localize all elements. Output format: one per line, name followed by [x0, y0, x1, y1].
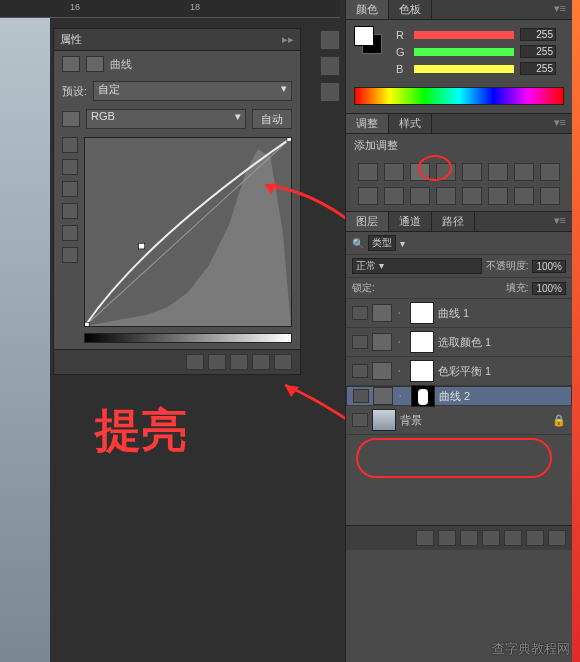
- auto-button[interactable]: 自动: [252, 109, 292, 129]
- green-value[interactable]: 255: [520, 45, 556, 58]
- link-layers-icon[interactable]: [416, 530, 434, 546]
- layer-mask[interactable]: [410, 331, 434, 353]
- reset-icon[interactable]: [230, 354, 248, 370]
- prev-state-icon[interactable]: [208, 354, 226, 370]
- eye-icon[interactable]: [352, 364, 368, 378]
- filter-adjust-icon[interactable]: [429, 236, 445, 250]
- channel-mixer-icon[interactable]: [384, 187, 404, 205]
- pencil-icon[interactable]: [62, 225, 78, 241]
- photo-filter-icon[interactable]: [358, 187, 378, 205]
- opacity-value[interactable]: 100%: [532, 260, 566, 273]
- layer-thumb[interactable]: [372, 409, 396, 431]
- lock-pixel-icon[interactable]: [397, 281, 411, 295]
- channel-select[interactable]: RGB ▾: [86, 109, 246, 129]
- filter-type-icon[interactable]: [449, 236, 465, 250]
- threshold-icon[interactable]: [488, 187, 508, 205]
- tab-layers[interactable]: 图层: [346, 212, 389, 231]
- blue-slider[interactable]: [414, 65, 514, 73]
- smooth-icon[interactable]: [62, 247, 78, 263]
- layer-row[interactable]: ⬞ 色彩平衡 1: [346, 357, 572, 386]
- dock-icon[interactable]: [320, 30, 340, 50]
- eye-icon[interactable]: [352, 413, 368, 427]
- lookup-icon[interactable]: [410, 187, 430, 205]
- tab-color[interactable]: 颜色: [346, 0, 389, 19]
- layer-name[interactable]: 背景: [400, 413, 422, 428]
- flyout-icon[interactable]: ▾≡: [548, 212, 572, 231]
- layer-mask[interactable]: [410, 302, 434, 324]
- layer-name[interactable]: 曲线 1: [438, 306, 469, 321]
- gradient-map-icon[interactable]: [514, 187, 534, 205]
- canvas-image[interactable]: [0, 18, 50, 662]
- properties-header[interactable]: 属性 ▸▸: [54, 29, 300, 51]
- red-slider[interactable]: [414, 31, 514, 39]
- dock-icon[interactable]: [320, 82, 340, 102]
- group-icon[interactable]: [504, 530, 522, 546]
- selective-color-icon[interactable]: [540, 187, 560, 205]
- invert-icon[interactable]: [436, 187, 456, 205]
- filter-shape-icon[interactable]: [469, 236, 485, 250]
- curves-graph[interactable]: [84, 137, 292, 327]
- flyout-icon[interactable]: ▾≡: [548, 114, 572, 133]
- green-slider[interactable]: [414, 48, 514, 56]
- tab-channels[interactable]: 通道: [389, 212, 432, 231]
- filter-pixel-icon[interactable]: [409, 236, 425, 250]
- new-adjust-icon[interactable]: [482, 530, 500, 546]
- color-spectrum[interactable]: [354, 87, 564, 105]
- tab-adjust[interactable]: 调整: [346, 114, 389, 133]
- trash-icon[interactable]: [274, 354, 292, 370]
- exposure-icon[interactable]: [436, 163, 456, 181]
- trash-icon[interactable]: [548, 530, 566, 546]
- dock-icon[interactable]: [320, 56, 340, 76]
- tab-styles[interactable]: 样式: [389, 114, 432, 133]
- fill-value[interactable]: 100%: [532, 282, 566, 295]
- layer-row-selected[interactable]: ⬞ 曲线 2: [346, 386, 572, 406]
- tab-swatches[interactable]: 色板: [389, 0, 432, 19]
- levels-icon[interactable]: [384, 163, 404, 181]
- link-icon: ⬞: [397, 390, 407, 402]
- on-image-tool-icon[interactable]: [62, 203, 78, 219]
- brightness-icon[interactable]: [358, 163, 378, 181]
- mask-icon[interactable]: [460, 530, 478, 546]
- visibility-icon[interactable]: [252, 354, 270, 370]
- eyedropper-icon[interactable]: [62, 111, 80, 127]
- layer-name[interactable]: 选取颜色 1: [438, 335, 491, 350]
- tab-paths[interactable]: 路径: [432, 212, 475, 231]
- layer-row[interactable]: ⬞ 选取颜色 1: [346, 328, 572, 357]
- layer-mask[interactable]: [410, 360, 434, 382]
- lock-pos-icon[interactable]: [415, 281, 429, 295]
- new-layer-icon[interactable]: [526, 530, 544, 546]
- bw-icon[interactable]: [540, 163, 560, 181]
- hue-icon[interactable]: [488, 163, 508, 181]
- preset-select[interactable]: 自定 ▾: [93, 81, 292, 101]
- layer-name[interactable]: 色彩平衡 1: [438, 364, 491, 379]
- flyout-icon[interactable]: ▸▸: [282, 33, 294, 46]
- layer-name[interactable]: 曲线 2: [439, 389, 470, 404]
- layer-mask[interactable]: [411, 385, 435, 407]
- eye-icon[interactable]: [352, 335, 368, 349]
- color-balance-icon[interactable]: [514, 163, 534, 181]
- curves-adjust-icon[interactable]: [410, 163, 430, 181]
- blue-value[interactable]: 255: [520, 62, 556, 75]
- foreground-background[interactable]: [354, 26, 382, 54]
- flyout-icon[interactable]: ▾≡: [548, 0, 572, 19]
- red-value[interactable]: 255: [520, 28, 556, 41]
- filter-smart-icon[interactable]: [489, 236, 505, 250]
- eyedropper-black-icon[interactable]: [62, 137, 78, 153]
- filter-type[interactable]: 类型: [368, 235, 396, 251]
- layer-row[interactable]: 背景 🔒: [346, 406, 572, 435]
- foreground-color[interactable]: [354, 26, 374, 46]
- lock-all-icon[interactable]: [433, 281, 447, 295]
- layer-row[interactable]: ⬞ 曲线 1: [346, 299, 572, 328]
- eyedropper-gray-icon[interactable]: [62, 159, 78, 175]
- blend-row: 正常 ▾ 不透明度: 100%: [346, 255, 572, 278]
- eyedropper-white-icon[interactable]: [62, 181, 78, 197]
- blend-mode-select[interactable]: 正常 ▾: [352, 258, 482, 274]
- lock-trans-icon[interactable]: [379, 281, 393, 295]
- eye-icon[interactable]: [352, 306, 368, 320]
- fx-icon[interactable]: [438, 530, 456, 546]
- search-icon[interactable]: 🔍: [352, 238, 364, 249]
- eye-icon[interactable]: [353, 389, 369, 403]
- posterize-icon[interactable]: [462, 187, 482, 205]
- clip-icon[interactable]: [186, 354, 204, 370]
- vibrance-icon[interactable]: [462, 163, 482, 181]
